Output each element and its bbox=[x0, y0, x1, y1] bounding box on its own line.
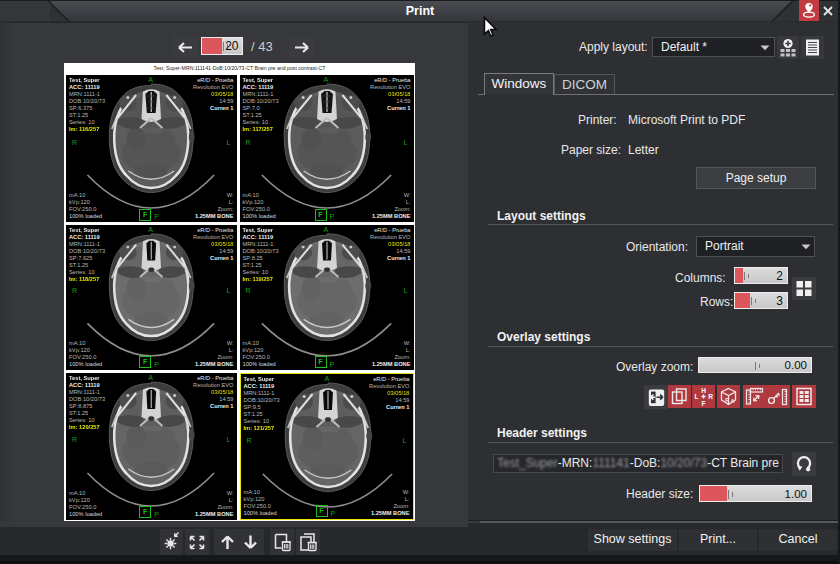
svg-text:R: R bbox=[725, 397, 729, 403]
svg-text:A: A bbox=[731, 398, 735, 404]
svg-text:F: F bbox=[702, 400, 706, 407]
svg-text:L: L bbox=[695, 393, 699, 400]
svg-text:R: R bbox=[708, 393, 713, 400]
svg-text:H: H bbox=[701, 387, 706, 394]
